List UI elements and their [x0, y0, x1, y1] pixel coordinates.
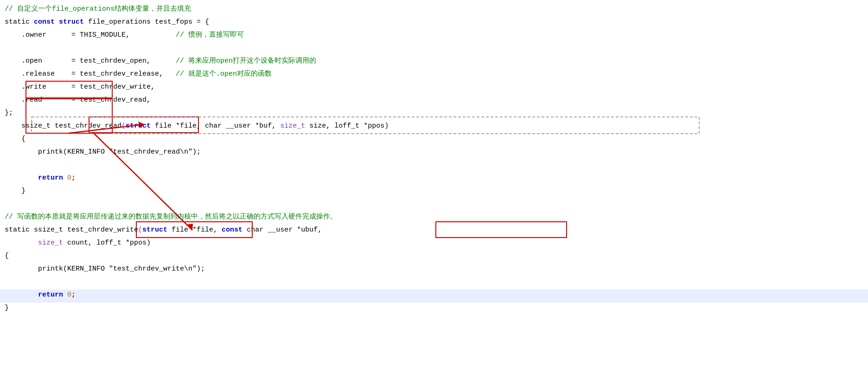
code-text: // 自定义一个file_operations结构体变量，并且去填充 [5, 4, 191, 15]
code-text: { [5, 251, 9, 262]
code-text: } [5, 303, 9, 314]
code-line-15: } [0, 186, 868, 199]
code-line-11: { [0, 134, 868, 147]
code-text: static const struct file_operations test… [5, 17, 209, 28]
code-line-16 [0, 199, 868, 212]
code-line-14: return 0; [0, 173, 868, 186]
code-text: printk(KERN_INFO "test_chrdev_read\n"); [5, 147, 201, 158]
code-text: .open = test_chrdev_open, // 将来应用open打开这… [5, 56, 316, 67]
code-text: printk(KERN_INFO "test_chrdev_write\n"); [5, 264, 205, 275]
code-text: return 0; [5, 173, 76, 184]
code-text: ssize_t test_chrdev_read(struct file *fi… [5, 121, 389, 132]
code-text: static ssize_t test_chrdev_write(struct … [5, 225, 322, 236]
code-line-8: .read = test_chrdev_read, [0, 95, 868, 108]
code-line-10: ssize_t test_chrdev_read(struct file *fi… [0, 121, 868, 134]
code-text: { [5, 134, 26, 145]
code-line-4 [0, 43, 868, 56]
code-line-13 [0, 160, 868, 173]
code-editor: // 自定义一个file_operations结构体变量，并且去填充 stati… [0, 0, 868, 319]
code-line-19: size_t count, loff_t *ppos) [0, 238, 868, 251]
code-text: size_t count, loff_t *ppos) [5, 238, 151, 249]
code-line-12: printk(KERN_INFO "test_chrdev_read\n"); [0, 147, 868, 160]
code-line-3: .owner = THIS_MODULE, // 惯例，直接写即可 [0, 30, 868, 43]
code-text: // 写函数的本质就是将应用层传递过来的数据先复制到内核中，然后将之以正确的方式… [5, 212, 337, 223]
code-line-1: // 自定义一个file_operations结构体变量，并且去填充 [0, 4, 868, 17]
code-text: }; [5, 108, 13, 119]
code-line-9: }; [0, 108, 868, 121]
code-text: return 0; [5, 290, 76, 301]
code-line-18: static ssize_t test_chrdev_write(struct … [0, 225, 868, 238]
code-line-5: .open = test_chrdev_open, // 将来应用open打开这… [0, 56, 868, 69]
code-line-22 [0, 277, 868, 290]
code-text: .read = test_chrdev_read, [5, 95, 151, 106]
code-line-24: } [0, 303, 868, 316]
code-text: .write = test_chrdev_write, [5, 82, 155, 93]
code-line-7: .write = test_chrdev_write, [0, 82, 868, 95]
code-line-6: .release = test_chrdev_release, // 就是这个.… [0, 69, 868, 82]
code-text: .release = test_chrdev_release, // 就是这个.… [5, 69, 272, 80]
code-line-2: static const struct file_operations test… [0, 17, 868, 30]
code-text: } [5, 186, 26, 197]
code-line-21: printk(KERN_INFO "test_chrdev_write\n"); [0, 264, 868, 277]
code-line-23: return 0; [0, 290, 868, 303]
code-line-17: // 写函数的本质就是将应用层传递过来的数据先复制到内核中，然后将之以正确的方式… [0, 212, 868, 225]
code-text: .owner = THIS_MODULE, // 惯例，直接写即可 [5, 30, 244, 41]
code-line-20: { [0, 251, 868, 264]
